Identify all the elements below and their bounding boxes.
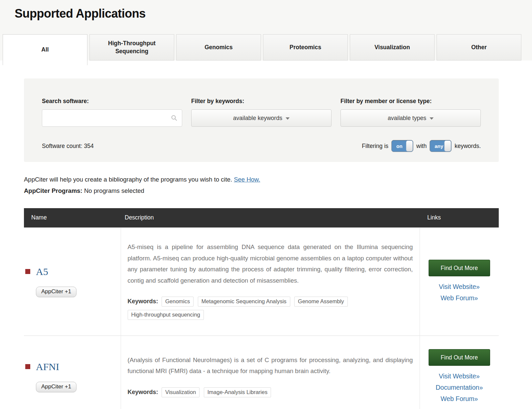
keywords-label: Keywords: [128,298,158,305]
keyword-tag: Metagenomic Sequencing Analysis [198,297,290,307]
keyword-tag: High-throughput sequencing [128,310,204,320]
keywords-filter-group: Filter by keywords: available keywords [191,98,332,127]
tab-other[interactable]: Other [437,34,521,61]
table-row: A5 AppCiter +1 A5-miseq is a pipeline fo… [24,227,499,336]
see-how-link[interactable]: See How. [234,176,260,183]
toggle-any-label: any [435,143,443,149]
filtering-controls: Filtering is on with any keywords. [362,140,481,152]
page-title: Supported Applications [15,7,532,21]
tab-high-throughput-sequencing[interactable]: High-Throughput Sequencing [89,34,174,61]
filtering-any-toggle[interactable]: any [430,140,452,152]
name-cell: A5 AppCiter +1 [24,227,121,336]
keywords-dropdown[interactable]: available keywords [191,109,332,127]
app-name-link[interactable]: A5 [36,266,48,277]
search-input[interactable] [42,109,182,127]
tab-proteomics[interactable]: Proteomics [263,34,348,61]
find-out-more-button[interactable]: Find Out More [429,349,490,366]
toggle-knob [406,141,413,151]
keyword-tag: Genome Assembly [294,297,347,307]
appciter-programs-label: AppCiter Programs: [24,187,82,194]
tab-visualization[interactable]: Visualization [350,34,435,61]
column-header-description: Description [121,208,420,227]
links-cell: Find Out More Visit Website» Documentati… [420,336,499,409]
find-out-more-button[interactable]: Find Out More [429,260,490,276]
appciter-programs-line: AppCiter Programs: No programs selected [24,185,532,197]
keyword-tag: Genomics [162,297,194,307]
tab-label: Proteomics [285,44,326,52]
tab-label: Genomics [200,44,237,52]
keywords-dropdown-value: available keywords [233,115,282,122]
tab-label: High-Throughput Sequencing [90,40,174,55]
app-name-link[interactable]: AFNI [36,361,59,372]
tab-bar: All High-Throughput Sequencing Genomics … [0,34,532,61]
search-label: Search software: [42,98,182,105]
documentation-link[interactable]: Documentation» [423,382,496,393]
app-description: A5-miseq is a pipeline for assembling DN… [128,241,413,286]
appciter-add-button[interactable]: AppCiter +1 [36,382,76,392]
app-description: (Analysis of Functional NeuroImages) is … [128,354,413,377]
appciter-programs-value: No programs selected [84,187,144,194]
visit-website-link[interactable]: Visit Website» [423,370,496,382]
links-cell: Find Out More Visit Website» Web Forum» [420,227,499,336]
page-header: Supported Applications [0,0,532,34]
description-cell: A5-miseq is a pipeline for assembling DN… [121,227,420,336]
keywords-filter-label: Filter by keywords: [191,98,332,105]
tab-genomics[interactable]: Genomics [176,34,261,61]
chevron-down-icon [286,117,290,120]
search-group: Search software: [42,98,182,127]
appciter-add-button[interactable]: AppCiter +1 [36,287,76,297]
web-forum-link[interactable]: Web Forum» [423,292,496,304]
chevron-down-icon [430,117,434,120]
appciter-bullet-icon [25,364,30,369]
description-cell: (Analysis of Functional NeuroImages) is … [121,336,420,409]
type-filter-group: Filter by member or license type: availa… [340,98,481,127]
keywords-row: Keywords: Genomics Metagenomic Sequencin… [128,295,413,322]
type-filter-label: Filter by member or license type: [340,98,481,105]
web-forum-link[interactable]: Web Forum» [423,393,496,404]
keyword-tag: Image-Analysis Libraries [204,387,271,397]
keywords-row: Keywords: Visualization Image-Analysis L… [128,385,413,399]
table-row: AFNI AppCiter +1 (Analysis of Functional… [24,336,499,409]
tab-all[interactable]: All [3,34,87,65]
toggle-knob [444,141,451,151]
visit-website-link[interactable]: Visit Website» [423,281,496,292]
appciter-intro: AppCiter will help you create a bibliogr… [24,174,532,185]
keyword-tag: Visualization [162,387,200,397]
appciter-intro-text: AppCiter will help you create a bibliogr… [24,176,232,183]
keywords-label: Keywords: [128,389,158,395]
name-cell: AFNI AppCiter +1 [24,336,121,409]
software-count: Software count: 354 [42,143,94,150]
filter-panel: Search software: Filter by keywords: ava… [24,78,499,162]
column-header-links: Links [420,208,499,227]
toggle-on-label: on [396,143,402,149]
applications-table: Name Description Links A5 AppCiter +1 A5… [24,208,499,409]
column-header-name: Name [24,208,121,227]
tab-label: All [37,46,53,54]
filtering-suffix-text: keywords. [455,143,481,150]
tab-label: Other [466,44,491,52]
search-icon [171,115,178,123]
table-header-row: Name Description Links [24,208,499,227]
filtering-prefix-text: Filtering is [362,143,388,150]
appciter-bullet-icon [25,269,30,274]
tab-label: Visualization [370,44,415,52]
filtering-middle-text: with [416,143,427,150]
type-dropdown[interactable]: available types [340,109,481,127]
type-dropdown-value: available types [388,115,426,122]
filtering-on-toggle[interactable]: on [391,140,413,152]
